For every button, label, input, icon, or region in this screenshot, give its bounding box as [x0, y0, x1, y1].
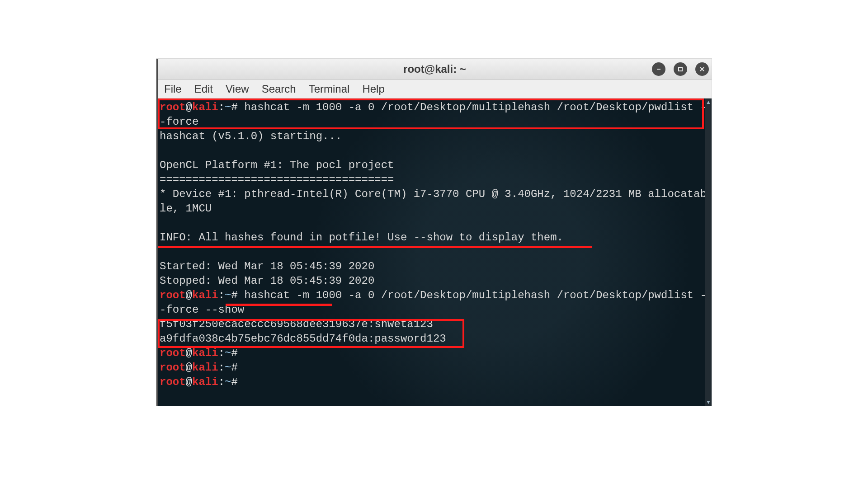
window-title: root@kali: ~ — [403, 63, 466, 75]
menu-search[interactable]: Search — [262, 83, 296, 95]
maximize-button[interactable] — [674, 62, 687, 76]
prompt-path: ~ — [225, 101, 231, 113]
prompt-user: root — [160, 101, 186, 113]
prompt-at: @ — [186, 101, 192, 113]
prompt-user: root — [160, 376, 186, 388]
scroll-down-icon[interactable]: ▼ — [705, 399, 712, 406]
output-line: OpenCL Platform #1: The pocl project — [160, 159, 394, 171]
titlebar[interactable]: root@kali: ~ — [158, 59, 712, 80]
menu-terminal[interactable]: Terminal — [309, 83, 350, 95]
menubar: File Edit View Search Terminal Help — [158, 80, 712, 99]
terminal-body[interactable]: root@kali:~# hashcat -m 1000 -a 0 /root/… — [158, 99, 712, 406]
menu-file[interactable]: File — [164, 83, 182, 95]
prompt-hash: # — [231, 347, 237, 359]
prompt-path: ~ — [225, 289, 231, 301]
prompt-user: root — [160, 347, 186, 359]
svg-rect-1 — [679, 67, 682, 71]
prompt-host: kali — [192, 376, 218, 388]
info-line: INFO: All hashes found in potfile! Use -… — [160, 231, 563, 244]
output-line: ==================================== — [160, 174, 394, 186]
prompt-host: kali — [192, 289, 218, 301]
close-button[interactable] — [695, 62, 709, 76]
menu-edit[interactable]: Edit — [194, 83, 213, 95]
prompt-path: ~ — [225, 376, 231, 388]
prompt-hash: # — [231, 101, 237, 113]
output-line: hashcat (v5.1.0) starting... — [160, 130, 342, 142]
command-2: hashcat -m 1000 -a 0 /root/Desktop/multi… — [160, 289, 707, 316]
prompt-hash: # — [231, 361, 237, 374]
prompt-path: ~ — [225, 347, 231, 359]
prompt-host: kali — [192, 361, 218, 374]
hash-result-1: f5f03f250ecaceccc69568dee319637e:shweta1… — [160, 318, 433, 330]
output-line: * Device #1: pthread-Intel(R) Core(TM) i… — [160, 188, 707, 215]
prompt-path: ~ — [225, 361, 231, 374]
scrollbar[interactable]: ▲ ▼ — [705, 99, 712, 406]
prompt-colon: : — [218, 101, 225, 113]
window-controls — [652, 62, 709, 76]
menu-help[interactable]: Help — [362, 83, 384, 95]
prompt-hash: # — [231, 376, 237, 388]
terminal-window: root@kali: ~ File Edit View Search Termi… — [156, 59, 712, 406]
prompt-user: root — [160, 361, 186, 374]
minimize-button[interactable] — [652, 62, 665, 76]
command-1: hashcat -m 1000 -a 0 /root/Desktop/multi… — [160, 101, 707, 128]
prompt-host: kali — [192, 101, 218, 113]
menu-view[interactable]: View — [226, 83, 249, 95]
hash-result-2: a9fdfa038c4b75ebc76dc855dd74f0da:passwor… — [160, 333, 446, 345]
output-line: Started: Wed Mar 18 05:45:39 2020 — [160, 260, 374, 272]
prompt-user: root — [160, 289, 186, 301]
output-line: Stopped: Wed Mar 18 05:45:39 2020 — [160, 275, 374, 287]
prompt-hash: # — [231, 289, 237, 301]
prompt-host: kali — [192, 347, 218, 359]
scroll-up-icon[interactable]: ▲ — [705, 99, 712, 106]
